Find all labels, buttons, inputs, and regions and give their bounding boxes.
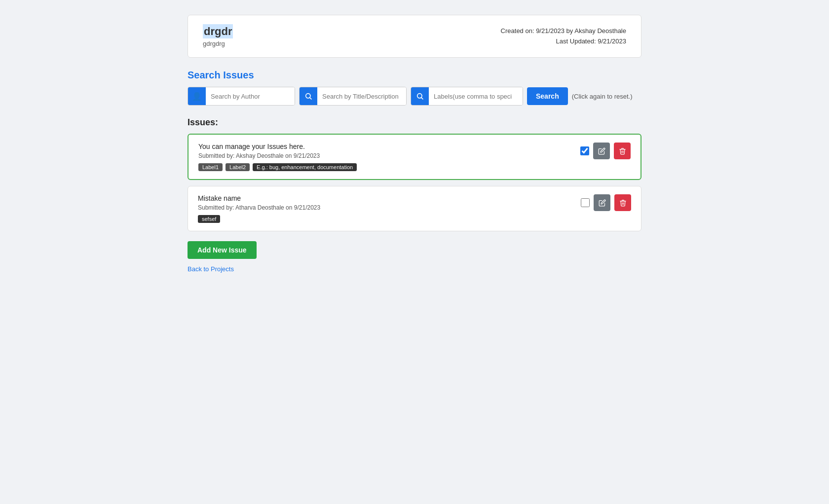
issue-title: Mistake name [198,194,320,202]
author-search-field: 👤 [188,87,295,106]
back-to-projects-link[interactable]: Back to Projects [188,265,234,273]
search-section: Search Issues 👤 [188,70,641,106]
person-icon: 👤 [188,87,206,105]
project-created-info: Created on: 9/21/2023 by Akshay Deosthal… [501,26,626,36]
issue-content: You can manage your Issues here. Submitt… [198,143,357,171]
resolve-checkbox[interactable] [581,198,590,207]
project-card: drgdr gdrgdrg Created on: 9/21/2023 by A… [188,15,641,58]
delete-button[interactable] [614,143,631,159]
labels-search-field [411,87,523,106]
label-badge: Label1 [198,163,223,171]
project-subtitle: gdrgdrg [203,40,233,47]
project-meta: Created on: 9/21/2023 by Akshay Deosthal… [501,26,626,47]
search-title-icon [300,87,317,105]
svg-line-1 [310,98,311,99]
issue-title: You can manage your Issues here. [198,143,357,150]
issue-labels: sefsef [198,215,320,223]
issue-labels: Label1 Label2 E.g.: bug, enhancement, do… [198,163,357,171]
search-labels-icon [411,87,429,105]
search-bar: 👤 Se [188,87,641,106]
search-button[interactable]: Search [527,87,568,105]
issue-actions [580,143,631,159]
issue-submitted: Submitted by: Akshay Deosthale on 9/21/2… [198,152,357,159]
svg-line-3 [421,98,423,99]
delete-button[interactable] [614,194,631,211]
search-reset-hint: (Click again to reset.) [572,93,633,100]
label-badge: sefsef [198,215,220,223]
actions-block: Add New Issue Back to Projects [188,237,641,273]
edit-button[interactable] [593,143,610,159]
author-search-input[interactable] [206,87,295,105]
issue-card: Mistake name Submitted by: Atharva Deost… [188,186,641,231]
issues-title: Issues: [188,117,641,128]
project-title: drgdr [203,24,233,38]
label-badge: Label2 [226,163,250,171]
resolve-checkbox[interactable] [580,146,589,155]
issue-card: You can manage your Issues here. Submitt… [188,134,641,180]
issue-content: Mistake name Submitted by: Atharva Deost… [198,194,320,223]
project-name-block: drgdr gdrgdrg [203,25,233,47]
add-issue-button[interactable]: Add New Issue [188,241,257,259]
issue-actions [581,194,631,211]
title-search-input[interactable] [317,87,406,105]
project-updated-info: Last Updated: 9/21/2023 [501,36,626,47]
edit-button[interactable] [594,194,610,211]
title-search-field [299,87,407,106]
label-badge-example: E.g.: bug, enhancement, documentation [253,163,357,171]
labels-search-input[interactable] [429,87,523,105]
search-title: Search Issues [188,70,641,81]
issues-section: Issues: You can manage your Issues here.… [188,117,641,273]
issue-submitted: Submitted by: Atharva Deosthale on 9/21/… [198,204,320,211]
